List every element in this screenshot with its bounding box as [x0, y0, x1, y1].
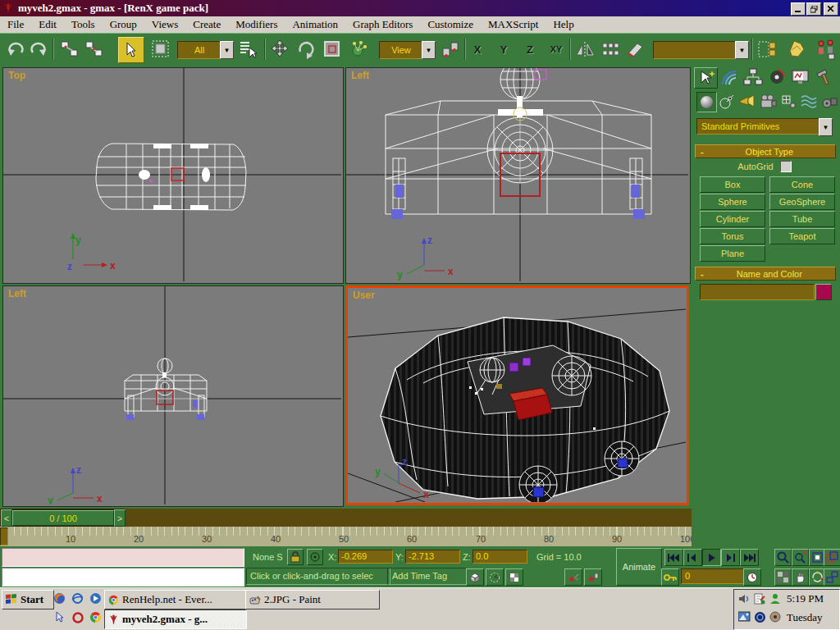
rollout-object-type-header[interactable]: - Object Type	[695, 144, 836, 158]
menu-edit[interactable]: Edit	[31, 18, 64, 31]
viewport-left-lower[interactable]: Left z	[2, 285, 344, 507]
gmax-app-icon[interactable]	[2, 2, 14, 16]
menu-views[interactable]: Views	[144, 18, 185, 31]
menu-help[interactable]: Help	[546, 18, 581, 31]
menu-tools[interactable]: Tools	[64, 18, 103, 31]
quicklaunch-chrome-icon[interactable]	[89, 610, 103, 624]
track-bar-caret[interactable]	[0, 527, 8, 546]
tab-modify-icon[interactable]	[718, 67, 740, 87]
tray-volume-icon[interactable]	[738, 593, 751, 606]
select-and-scale-icon[interactable]	[322, 39, 343, 60]
primitive-category-dropdown[interactable]: Standard Primitives	[696, 118, 824, 135]
menu-create[interactable]: Create	[185, 18, 228, 31]
array-icon[interactable]	[600, 39, 622, 60]
tray-audio-knob-icon[interactable]	[769, 611, 783, 624]
category-helpers-icon[interactable]	[778, 92, 797, 111]
use-pivot-point-center-icon[interactable]	[440, 39, 461, 60]
category-systems-icon[interactable]	[819, 92, 838, 111]
time-slider-handle[interactable]: 0 / 100	[12, 510, 114, 526]
add-time-tag[interactable]: Add Time Tag	[387, 568, 467, 585]
menu-maxscript[interactable]: MAXScript	[481, 18, 546, 31]
taskbar-task-renhelp[interactable]: RenHelp.net - Ever...	[104, 590, 247, 609]
quicklaunch-firefox-icon[interactable]	[52, 591, 66, 605]
min-max-toggle-icon[interactable]	[824, 568, 840, 586]
primitive-torus-button[interactable]: Torus	[700, 228, 765, 244]
unlink-selection-icon[interactable]	[84, 39, 105, 60]
maxscript-listener-pink[interactable]	[2, 548, 244, 567]
tray-display-settings-icon[interactable]	[738, 611, 751, 624]
restrict-xy-plane-button[interactable]: XY	[545, 41, 568, 57]
select-object-button[interactable]	[118, 37, 144, 63]
category-cameras-icon[interactable]	[758, 92, 777, 111]
selection-filter-dropdown-arrow[interactable]: ▼	[220, 41, 234, 59]
category-spacewarps-icon[interactable]	[799, 92, 818, 111]
spinner-snap-toggle-icon[interactable]	[564, 568, 582, 586]
time-slider-next-button[interactable]: >	[114, 509, 126, 527]
zoom-all-icon[interactable]	[792, 549, 809, 566]
named-selection-dropdown-arrow[interactable]: ▼	[735, 41, 749, 59]
menu-file[interactable]: File	[0, 18, 31, 31]
menu-graph-editors[interactable]: Graph Editors	[345, 18, 420, 31]
previous-frame-button[interactable]	[683, 549, 702, 566]
minimize-button[interactable]	[791, 2, 806, 16]
viewport-user[interactable]: User	[345, 285, 689, 505]
viewport-left-lower-label[interactable]: Left	[8, 288, 26, 299]
object-color-swatch[interactable]	[815, 284, 832, 300]
rectangular-selection-region-icon[interactable]	[149, 38, 172, 61]
zoom-extents-all-icon[interactable]	[824, 549, 840, 566]
play-animation-button[interactable]	[702, 549, 721, 566]
primitive-category-dropdown-arrow[interactable]: ▼	[819, 118, 833, 136]
mirror-icon[interactable]	[574, 39, 596, 60]
tab-display-icon[interactable]	[789, 67, 811, 87]
maxscript-listener-white[interactable]	[2, 568, 244, 587]
select-and-link-icon[interactable]	[59, 39, 80, 60]
menu-customize[interactable]: Customize	[420, 18, 481, 31]
start-button[interactable]: Start	[2, 590, 54, 609]
restrict-x-button[interactable]: X	[469, 41, 486, 57]
angle-snap-toggle-icon[interactable]	[486, 568, 504, 586]
z-coord-field[interactable]: 0.0	[472, 550, 527, 564]
animate-button[interactable]: Animate	[616, 548, 662, 586]
category-geometry-icon[interactable]	[696, 92, 717, 112]
category-shapes-icon[interactable]	[717, 92, 736, 111]
restore-button[interactable]	[806, 2, 821, 16]
viewport-top-label[interactable]: Top	[8, 70, 25, 81]
tray-messenger-icon[interactable]	[769, 593, 783, 606]
percent-snap-toggle-icon[interactable]	[505, 568, 523, 586]
field-of-view-icon[interactable]	[774, 568, 792, 586]
viewport-user-label[interactable]: User	[353, 290, 375, 301]
coord-system-dropdown-arrow[interactable]: ▼	[422, 41, 436, 59]
y-coord-field[interactable]: -2.713	[405, 550, 460, 564]
x-coord-field[interactable]: -0.269	[338, 550, 393, 564]
curve-editor-icon[interactable]	[786, 39, 807, 60]
close-button[interactable]	[824, 2, 838, 16]
primitive-plane-button[interactable]: Plane	[700, 245, 765, 262]
current-frame-field[interactable]: 0	[681, 568, 745, 584]
primitive-sphere-button[interactable]: Sphere	[700, 194, 765, 210]
redo-icon[interactable]	[28, 39, 49, 60]
select-and-manipulate-icon[interactable]	[348, 39, 369, 60]
align-icon[interactable]	[625, 39, 646, 60]
zoom-icon[interactable]	[774, 549, 792, 566]
selection-filter-dropdown[interactable]: All	[177, 41, 221, 59]
undo-icon[interactable]	[5, 39, 26, 60]
select-by-name-icon[interactable]	[238, 39, 259, 60]
quicklaunch-mediaplayer-icon[interactable]	[89, 591, 103, 605]
reference-coordinate-system-dropdown[interactable]: View	[379, 41, 423, 59]
restrict-z-button[interactable]: Z	[522, 41, 538, 57]
menu-animation[interactable]: Animation	[285, 18, 345, 31]
keyboard-shortcut-override-icon[interactable]	[584, 568, 602, 586]
time-slider-prev-button[interactable]: <	[1, 509, 12, 527]
primitive-cylinder-button[interactable]: Cylinder	[700, 211, 765, 227]
pan-hand-icon[interactable]	[792, 568, 809, 586]
selection-lock-icon[interactable]	[287, 549, 304, 565]
primitive-cone-button[interactable]: Cone	[769, 176, 835, 193]
menu-group[interactable]: Group	[103, 18, 144, 31]
tab-hierarchy-icon[interactable]	[742, 67, 764, 87]
snap-toggle-3d-icon[interactable]	[466, 568, 484, 586]
absolute-mode-transform-icon[interactable]	[307, 549, 323, 565]
tab-utilities-icon[interactable]	[813, 67, 835, 87]
quicklaunch-ie-icon[interactable]	[71, 591, 84, 605]
tab-motion-icon[interactable]	[765, 67, 788, 87]
viewport-left-upper[interactable]: Left	[345, 67, 691, 284]
